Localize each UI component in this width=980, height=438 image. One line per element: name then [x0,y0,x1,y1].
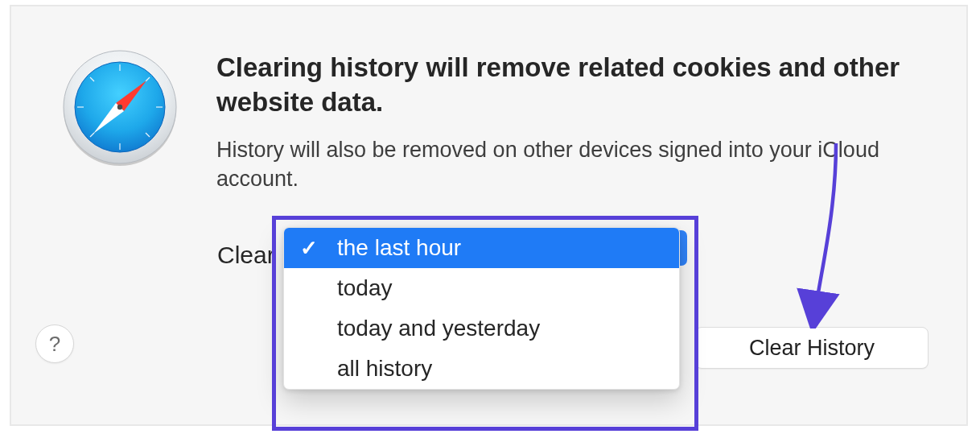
dropdown-option-today-and-yesterday[interactable]: today and yesterday [284,308,679,349]
dropdown-option-label: today and yesterday [337,316,540,341]
time-range-dropdown[interactable]: the last hour today today and yesterday … [283,227,680,390]
dropdown-option-today[interactable]: today [284,268,679,308]
dropdown-option-label: today [337,275,393,301]
dropdown-option-all-history[interactable]: all history [284,349,679,389]
help-button[interactable]: ? [35,324,74,363]
clear-history-button-label: Clear History [749,336,875,361]
clear-history-button[interactable]: Clear History [695,327,929,369]
dialog-window: Clearing history will remove related coo… [10,5,968,426]
clear-label: Clear [217,242,275,269]
dropdown-option-label: all history [337,356,432,382]
dialog-heading: Clearing history will remove related coo… [216,51,941,120]
dropdown-option-last-hour[interactable]: the last hour [284,228,679,268]
svg-point-13 [117,105,122,110]
help-icon: ? [49,332,60,357]
safari-icon [60,47,180,167]
clear-history-dialog: Clearing history will remove related coo… [11,6,966,424]
dropdown-option-label: the last hour [337,235,461,261]
dialog-subtext: History will also be removed on other de… [216,135,941,194]
